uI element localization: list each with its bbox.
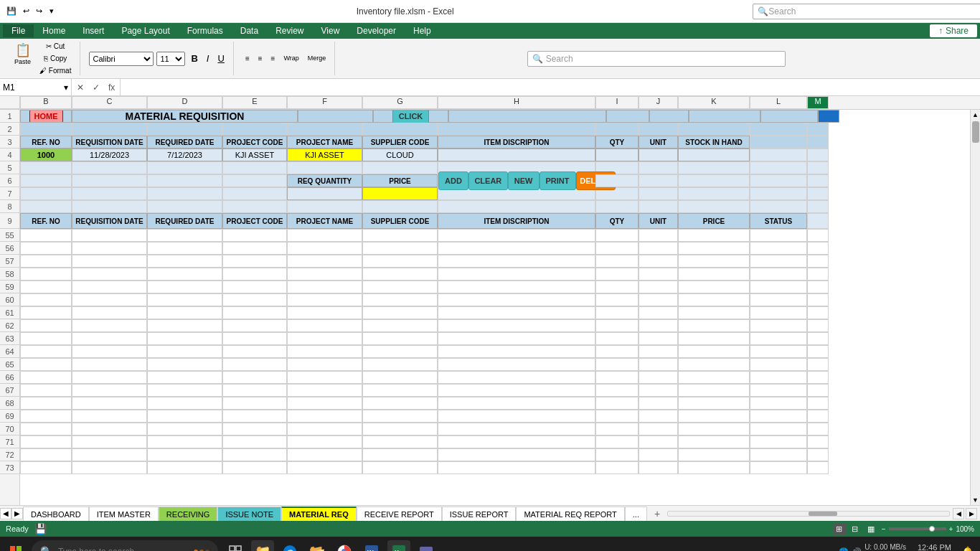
cell-row55-col4[interactable] — [287, 229, 362, 242]
auto-save-icon[interactable]: ▾ — [46, 6, 57, 17]
cell-row63-col6[interactable] — [438, 332, 595, 345]
tab-developer[interactable]: Developer — [348, 24, 405, 37]
cell-row72-col1[interactable] — [72, 448, 147, 461]
cell-row58-col4[interactable] — [287, 268, 362, 281]
cell-row60-col11[interactable] — [807, 293, 829, 306]
cell-row68-col5[interactable] — [362, 397, 438, 410]
cell-h4-itemdesc[interactable] — [438, 149, 595, 161]
cell-row59-col9[interactable] — [678, 281, 750, 293]
add-button[interactable]: ADD — [438, 171, 468, 190]
wrap-text-button[interactable]: Wrap — [281, 53, 301, 64]
cell-row71-col7[interactable] — [595, 435, 639, 448]
cell-row61-col9[interactable] — [678, 306, 750, 319]
cell-c4-date[interactable]: 11/28/2023 — [72, 149, 147, 161]
font-size-select[interactable]: 11 — [156, 52, 185, 66]
cut-button[interactable]: ✂ Cut — [37, 41, 74, 52]
cell-row69-col3[interactable] — [222, 410, 287, 423]
cell-row71-col10[interactable] — [750, 435, 807, 448]
cell-row56-col11[interactable] — [807, 242, 829, 255]
cell-row56-col2[interactable] — [147, 242, 222, 255]
cell-row63-col3[interactable] — [222, 332, 287, 345]
cell-e2[interactable] — [222, 123, 287, 136]
col-header-b[interactable]: B — [20, 96, 72, 109]
cell-row60-col10[interactable] — [750, 293, 807, 306]
cell-b9-header[interactable]: REF. NO — [20, 213, 72, 229]
cell-row70-col6[interactable] — [438, 423, 595, 435]
italic-button[interactable]: I — [204, 52, 212, 65]
cell-row64-col1[interactable] — [72, 345, 147, 358]
cell-row58-col2[interactable] — [147, 268, 222, 281]
cell-row60-col3[interactable] — [222, 293, 287, 306]
cell-row70-col10[interactable] — [750, 423, 807, 435]
cell-b2[interactable] — [20, 123, 72, 136]
cell-row68-col9[interactable] — [678, 397, 750, 410]
cell-row61-col6[interactable] — [438, 306, 595, 319]
cell-f8[interactable] — [287, 200, 362, 213]
cell-b4-refno[interactable]: 1000 — [20, 149, 72, 161]
cell-row63-col10[interactable] — [750, 332, 807, 345]
cell-row67-col10[interactable] — [750, 384, 807, 397]
cell-j1[interactable] — [649, 110, 689, 123]
cell-row73-col4[interactable] — [287, 461, 362, 474]
zoom-out-button[interactable]: − — [882, 525, 886, 533]
confirm-formula-icon[interactable]: ✓ — [90, 82, 102, 93]
cell-row65-col7[interactable] — [595, 358, 639, 371]
cell-row68-col10[interactable] — [750, 397, 807, 410]
cell-row56-col4[interactable] — [287, 242, 362, 255]
col-header-i[interactable]: I — [595, 96, 639, 109]
cell-row60-col2[interactable] — [147, 293, 222, 306]
cell-row55-col2[interactable] — [147, 229, 222, 242]
zoom-in-button[interactable]: + — [949, 525, 953, 533]
cell-row73-col5[interactable] — [362, 461, 438, 474]
cell-row68-col8[interactable] — [639, 397, 678, 410]
cell-d4-reqdate[interactable]: 7/12/2023 — [147, 149, 222, 161]
cell-j4-unit[interactable] — [639, 149, 678, 161]
cell-row71-col1[interactable] — [72, 435, 147, 448]
cell-m7[interactable] — [807, 187, 829, 200]
cell-row59-col3[interactable] — [222, 281, 287, 293]
cell-row69-col7[interactable] — [595, 410, 639, 423]
cell-row69-col9[interactable] — [678, 410, 750, 423]
cell-row66-col4[interactable] — [287, 371, 362, 384]
cell-row64-col6[interactable] — [438, 345, 595, 358]
tab-data[interactable]: Data — [232, 24, 267, 37]
cell-row55-col6[interactable] — [438, 229, 595, 242]
sheet-tab-material-req-report[interactable]: MATERIAL REQ REPORT — [516, 507, 624, 521]
cell-e8[interactable] — [222, 200, 287, 213]
cell-row55-col1[interactable] — [72, 229, 147, 242]
teams-icon[interactable]: T — [415, 540, 438, 551]
cell-row60-col4[interactable] — [287, 293, 362, 306]
cell-row69-col11[interactable] — [807, 410, 829, 423]
cell-row65-col6[interactable] — [438, 358, 595, 371]
cell-row56-col1[interactable] — [72, 242, 147, 255]
cell-row64-col3[interactable] — [222, 345, 287, 358]
cell-row66-col10[interactable] — [750, 371, 807, 384]
cell-m1[interactable] — [818, 110, 839, 123]
cell-row67-col4[interactable] — [287, 384, 362, 397]
cell-j9-header[interactable]: UNIT — [639, 213, 678, 229]
cell-c3-header[interactable]: REQUISITION DATE — [72, 136, 147, 149]
cell-row62-col5[interactable] — [362, 319, 438, 332]
cell-row56-col6[interactable] — [438, 242, 595, 255]
cell-k4-stock[interactable] — [678, 149, 750, 161]
cell-row55-col9[interactable] — [678, 229, 750, 242]
cell-g2[interactable] — [362, 123, 438, 136]
cell-row57-col3[interactable] — [222, 255, 287, 268]
cell-row71-col8[interactable] — [639, 435, 678, 448]
cell-row62-col1[interactable] — [72, 319, 147, 332]
cell-e6[interactable] — [222, 174, 287, 187]
cell-row65-col2[interactable] — [147, 358, 222, 371]
cell-row55-col8[interactable] — [639, 229, 678, 242]
cell-row60-col7[interactable] — [595, 293, 639, 306]
align-left-button[interactable]: ≡ — [242, 53, 253, 64]
cell-i1[interactable] — [606, 110, 649, 123]
name-box[interactable]: M1 ▾ — [0, 79, 72, 95]
cell-row72-col5[interactable] — [362, 448, 438, 461]
title-search-box[interactable]: 🔍 Search — [753, 4, 980, 19]
cell-l4[interactable] — [750, 149, 807, 161]
cell-row67-col3[interactable] — [222, 384, 287, 397]
cell-row63-col1[interactable] — [72, 332, 147, 345]
cell-row71-col11[interactable] — [807, 435, 829, 448]
cell-row58-col10[interactable] — [750, 268, 807, 281]
cell-row64-col8[interactable] — [639, 345, 678, 358]
